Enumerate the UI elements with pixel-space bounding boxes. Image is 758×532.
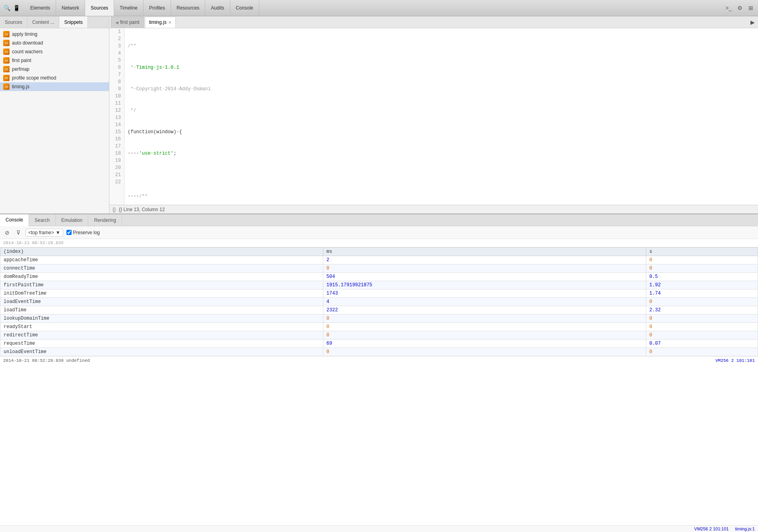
tab-right-arrow[interactable]: ▶ xyxy=(747,19,758,25)
code-line-7 xyxy=(128,171,755,179)
code-line-3: *·Copyright·2014·Addy·Osmani xyxy=(128,85,755,93)
cell-ms: 4 xyxy=(323,298,646,306)
toolbar-right: >_ ⚙ ⊞ xyxy=(725,4,755,12)
code-panel: ◀ first paint timing.js ✕ ▶ 1 2 3 4 5 xyxy=(109,16,758,214)
vm-link[interactable]: VM256 2 101:101 xyxy=(715,358,755,363)
code-line-2: *·Timing·js·1.0.1 xyxy=(128,64,755,71)
console-timestamp-1: 2014-10-21 08:52:29.935 xyxy=(0,239,758,247)
line-numbers: 1 2 3 4 5 6 7 8 9 10 11 12 13 14 xyxy=(109,28,124,205)
dropdown-arrow-icon: ▼ xyxy=(56,230,60,235)
tab-timeline[interactable]: Timeline xyxy=(114,0,144,16)
code-line-4: */ xyxy=(128,107,755,114)
file-item-count-wachers[interactable]: JS count wachers xyxy=(0,47,109,56)
cell-index: redirectTime xyxy=(0,331,323,340)
tab-audits[interactable]: Audits xyxy=(205,0,230,16)
table-row: firstPaintTime1915.179199218751.92 xyxy=(0,281,758,289)
preserve-log-input[interactable] xyxy=(66,230,72,235)
file-icon: JS xyxy=(3,75,10,81)
console-bottom-bar: VM256 2 101:101 timing.js:1 xyxy=(0,525,758,532)
col-header-ms: ms xyxy=(323,248,646,256)
cell-s: 1.92 xyxy=(646,281,758,289)
cell-ms: 0 xyxy=(323,264,646,273)
tab-resources[interactable]: Resources xyxy=(171,0,205,16)
col-header-s: s xyxy=(646,248,758,256)
table-row: domReadyTime5040.5 xyxy=(0,273,758,281)
console-tab-rendering[interactable]: Rendering xyxy=(88,214,122,226)
col-header-index: (index) xyxy=(0,248,323,256)
table-row: appcacheTime20 xyxy=(0,256,758,264)
terminal-icon[interactable]: >_ xyxy=(725,4,733,12)
cell-s: 0 xyxy=(646,264,758,273)
console-data-table: (index) ms s appcacheTime20connectTime00… xyxy=(0,247,758,356)
sidebar-tab-sources[interactable]: Sources xyxy=(0,16,27,28)
console-tab-emulation[interactable]: Emulation xyxy=(56,214,88,226)
preserve-log-checkbox[interactable]: Preserve log xyxy=(66,230,100,235)
bottom-link-2[interactable]: timing.js:1 xyxy=(735,526,755,531)
cell-index: loadTime xyxy=(0,306,323,315)
file-item-first-paint[interactable]: JS first paint xyxy=(0,56,109,65)
sidebar-tabs: Sources Content ... Snippets xyxy=(0,16,109,28)
back-icon: ◀ xyxy=(115,20,119,25)
clear-console-button[interactable]: ⊘ xyxy=(3,229,11,237)
console-tab-search[interactable]: Search xyxy=(29,214,56,226)
tab-profiles[interactable]: Profiles xyxy=(144,0,171,16)
cell-s: 0 xyxy=(646,298,758,306)
cell-s: 0.07 xyxy=(646,340,758,348)
code-tab-first-paint[interactable]: ◀ first paint xyxy=(111,17,144,28)
cell-s: 0 xyxy=(646,323,758,331)
sidebar-tab-snippets[interactable]: Snippets xyxy=(59,16,88,28)
cell-ms: 69 xyxy=(323,340,646,348)
table-row: connectTime00 xyxy=(0,264,758,273)
cell-ms: 0 xyxy=(323,315,646,323)
tab-network[interactable]: Network xyxy=(56,0,85,16)
console-tab-console[interactable]: Console xyxy=(0,214,29,226)
file-icon: JS xyxy=(3,83,10,90)
cell-index: firstPaintTime xyxy=(0,281,323,289)
cell-index: domReadyTime xyxy=(0,273,323,281)
tab-console[interactable]: Console xyxy=(230,0,259,16)
code-area[interactable]: 1 2 3 4 5 6 7 8 9 10 11 12 13 14 xyxy=(109,28,758,205)
code-tab-timing-js[interactable]: timing.js ✕ xyxy=(145,17,176,28)
toolbar-tabs: Elements Network Sources Timeline Profil… xyxy=(25,0,259,16)
cell-index: lookupDomainTime xyxy=(0,315,323,323)
code-content: /** *·Timing·js·1.0.1 *·Copyright·2014·A… xyxy=(124,28,758,205)
sidebar-tab-content[interactable]: Content ... xyxy=(27,16,59,28)
table-row: redirectTime00 xyxy=(0,331,758,340)
filter-icon[interactable]: ⊽ xyxy=(14,229,22,237)
bottom-link-1[interactable]: VM256 2 101:101 xyxy=(694,526,729,531)
main-layout: Sources Content ... Snippets JS apply ti… xyxy=(0,16,758,532)
file-item-auto-download[interactable]: JS auto download xyxy=(0,39,109,47)
device-icon[interactable]: 📱 xyxy=(13,4,20,12)
sources-panel: Sources Content ... Snippets JS apply ti… xyxy=(0,16,758,214)
tab-sources[interactable]: Sources xyxy=(85,0,114,16)
file-icon: JS xyxy=(3,31,10,37)
console-content: 2014-10-21 08:52:29.935 (index) ms s app… xyxy=(0,239,758,525)
cell-index: readyStart xyxy=(0,323,323,331)
file-icon: JS xyxy=(3,57,10,64)
cell-s: 0 xyxy=(646,256,758,264)
cell-s: 0.5 xyxy=(646,273,758,281)
file-item-timing-js[interactable]: JS timing.js xyxy=(0,82,109,91)
cell-ms: 0 xyxy=(323,323,646,331)
code-line-6: ····'use·strict'; xyxy=(128,150,755,157)
layout-icon[interactable]: ⊞ xyxy=(747,4,755,12)
file-item-perfmap[interactable]: JS perfmap xyxy=(0,65,109,74)
search-icon[interactable]: 🔍 xyxy=(3,4,10,12)
frame-selector[interactable]: <top frame> ▼ xyxy=(25,229,63,237)
brace-icon: {} xyxy=(113,207,116,212)
table-row: initDomTreeTime17431.74 xyxy=(0,289,758,298)
tab-elements[interactable]: Elements xyxy=(25,0,56,16)
gear-icon[interactable]: ⚙ xyxy=(736,4,744,12)
cell-s: 0 xyxy=(646,331,758,340)
code-lines: 1 2 3 4 5 6 7 8 9 10 11 12 13 14 xyxy=(109,28,758,205)
cell-ms: 0 xyxy=(323,331,646,340)
close-icon[interactable]: ✕ xyxy=(168,20,171,25)
cell-ms: 504 xyxy=(323,273,646,281)
file-item-apply-timing[interactable]: JS apply timing xyxy=(0,30,109,39)
code-tabs: ◀ first paint timing.js ✕ ▶ xyxy=(109,16,758,28)
file-item-profile-scope[interactable]: JS profile scope method xyxy=(0,74,109,82)
cell-ms: 1743 xyxy=(323,289,646,298)
status-bar: {} {} Line 13, Column 12 xyxy=(109,205,758,214)
console-tabs: Console Search Emulation Rendering xyxy=(0,214,758,226)
table-row: loadEventTime40 xyxy=(0,298,758,306)
